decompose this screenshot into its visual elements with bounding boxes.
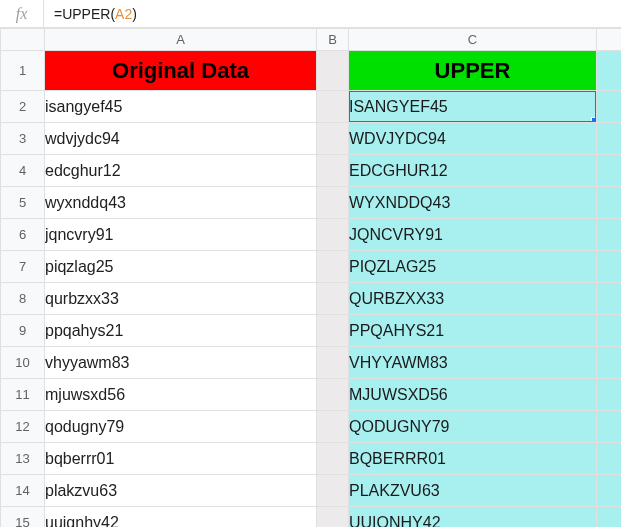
row-header[interactable]: 3: [1, 123, 45, 155]
cell-c3[interactable]: WDVJYDC94: [349, 123, 597, 155]
cell-c12[interactable]: QODUGNY79: [349, 411, 597, 443]
row-header[interactable]: 7: [1, 251, 45, 283]
row-header[interactable]: 10: [1, 347, 45, 379]
cell-a8[interactable]: qurbzxx33: [45, 283, 317, 315]
cell-a11[interactable]: mjuwsxd56: [45, 379, 317, 411]
cell-b4[interactable]: [317, 155, 349, 187]
cell-d5[interactable]: [597, 187, 622, 219]
row-header[interactable]: 14: [1, 475, 45, 507]
cell-c7[interactable]: PIQZLAG25: [349, 251, 597, 283]
row-header[interactable]: 5: [1, 187, 45, 219]
cell-c2-active[interactable]: ISANGYEF45: [349, 91, 597, 123]
cell-b9[interactable]: [317, 315, 349, 347]
cell-b12[interactable]: [317, 411, 349, 443]
column-header-d[interactable]: [597, 29, 622, 51]
row-header[interactable]: 9: [1, 315, 45, 347]
formula-prefix: =UPPER(: [54, 6, 115, 22]
row-header[interactable]: 6: [1, 219, 45, 251]
cell-b15[interactable]: [317, 507, 349, 528]
cell-d3[interactable]: [597, 123, 622, 155]
cell-a10[interactable]: vhyyawm83: [45, 347, 317, 379]
cell-c9[interactable]: PPQAHYS21: [349, 315, 597, 347]
cell-c14[interactable]: PLAKZVU63: [349, 475, 597, 507]
cell-d11[interactable]: [597, 379, 622, 411]
cell-b2[interactable]: [317, 91, 349, 123]
cell-c8[interactable]: QURBZXX33: [349, 283, 597, 315]
cell-d4[interactable]: [597, 155, 622, 187]
table-row: 14 plakzvu63 PLAKZVU63: [1, 475, 622, 507]
cell-b14[interactable]: [317, 475, 349, 507]
column-header-row: A B C: [1, 29, 622, 51]
table-row: 1 Original Data UPPER: [1, 51, 622, 91]
cell-b11[interactable]: [317, 379, 349, 411]
cell-a7[interactable]: piqzlag25: [45, 251, 317, 283]
cell-c6[interactable]: JQNCVRY91: [349, 219, 597, 251]
column-header-c[interactable]: C: [349, 29, 597, 51]
cell-a12[interactable]: qodugny79: [45, 411, 317, 443]
row-header[interactable]: 4: [1, 155, 45, 187]
cell-b7[interactable]: [317, 251, 349, 283]
fx-icon[interactable]: fx: [0, 0, 44, 27]
row-header[interactable]: 1: [1, 51, 45, 91]
row-header[interactable]: 11: [1, 379, 45, 411]
cell-c5[interactable]: WYXNDDQ43: [349, 187, 597, 219]
cell-a13[interactable]: bqberrr01: [45, 443, 317, 475]
cell-d12[interactable]: [597, 411, 622, 443]
table-row: 2 isangyef45 ISANGYEF45: [1, 91, 622, 123]
table-row: 9 ppqahys21 PPQAHYS21: [1, 315, 622, 347]
cell-d1[interactable]: [597, 51, 622, 91]
formula-bar: fx =UPPER(A2): [0, 0, 621, 28]
cell-d9[interactable]: [597, 315, 622, 347]
cell-d14[interactable]: [597, 475, 622, 507]
cell-a4[interactable]: edcghur12: [45, 155, 317, 187]
cell-c11[interactable]: MJUWSXD56: [349, 379, 597, 411]
table-row: 4 edcghur12 EDCGHUR12: [1, 155, 622, 187]
table-row: 13 bqberrr01 BQBERRR01: [1, 443, 622, 475]
table-row: 7 piqzlag25 PIQZLAG25: [1, 251, 622, 283]
table-row: 8 qurbzxx33 QURBZXX33: [1, 283, 622, 315]
cell-b8[interactable]: [317, 283, 349, 315]
cell-c4[interactable]: EDCGHUR12: [349, 155, 597, 187]
formula-suffix: ): [132, 6, 137, 22]
row-header[interactable]: 12: [1, 411, 45, 443]
cell-a2[interactable]: isangyef45: [45, 91, 317, 123]
row-header[interactable]: 8: [1, 283, 45, 315]
formula-input[interactable]: =UPPER(A2): [44, 0, 621, 27]
cell-a6[interactable]: jqncvry91: [45, 219, 317, 251]
column-header-a[interactable]: A: [45, 29, 317, 51]
cell-a14[interactable]: plakzvu63: [45, 475, 317, 507]
select-all-corner[interactable]: [1, 29, 45, 51]
table-row: 6 jqncvry91 JQNCVRY91: [1, 219, 622, 251]
cell-d15[interactable]: [597, 507, 622, 528]
cell-a5[interactable]: wyxnddq43: [45, 187, 317, 219]
cell-c10[interactable]: VHYYAWM83: [349, 347, 597, 379]
header-cell-upper[interactable]: UPPER: [349, 51, 597, 91]
cell-b13[interactable]: [317, 443, 349, 475]
cell-d13[interactable]: [597, 443, 622, 475]
row-header[interactable]: 15: [1, 507, 45, 528]
cell-b6[interactable]: [317, 219, 349, 251]
cell-a15[interactable]: uuiqnhy42: [45, 507, 317, 528]
cell-c15[interactable]: UUIQNHY42: [349, 507, 597, 528]
row-header[interactable]: 2: [1, 91, 45, 123]
cell-d2[interactable]: [597, 91, 622, 123]
cell-b5[interactable]: [317, 187, 349, 219]
table-row: 12 qodugny79 QODUGNY79: [1, 411, 622, 443]
spreadsheet-grid[interactable]: A B C 1 Original Data UPPER 2 isangyef45…: [0, 28, 621, 527]
header-cell-original[interactable]: Original Data: [45, 51, 317, 91]
cell-d6[interactable]: [597, 219, 622, 251]
table-row: 11 mjuwsxd56 MJUWSXD56: [1, 379, 622, 411]
cell-b10[interactable]: [317, 347, 349, 379]
cell-b1[interactable]: [317, 51, 349, 91]
row-header[interactable]: 13: [1, 443, 45, 475]
cell-a3[interactable]: wdvjydc94: [45, 123, 317, 155]
cell-d7[interactable]: [597, 251, 622, 283]
formula-cell-ref: A2: [115, 6, 132, 22]
cell-c13[interactable]: BQBERRR01: [349, 443, 597, 475]
table-row: 15 uuiqnhy42 UUIQNHY42: [1, 507, 622, 528]
cell-b3[interactable]: [317, 123, 349, 155]
column-header-b[interactable]: B: [317, 29, 349, 51]
cell-d10[interactable]: [597, 347, 622, 379]
cell-a9[interactable]: ppqahys21: [45, 315, 317, 347]
cell-d8[interactable]: [597, 283, 622, 315]
